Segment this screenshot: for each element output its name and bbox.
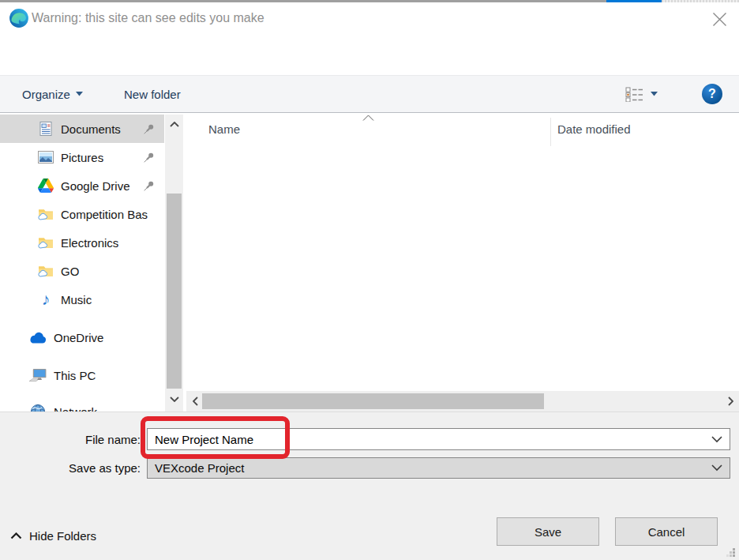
sidebar-item-competition-base[interactable]: Competition Bas bbox=[0, 200, 164, 228]
close-icon bbox=[712, 12, 727, 27]
save-as-type-combobox[interactable]: VEXcode Project bbox=[147, 457, 730, 479]
new-folder-button[interactable]: New folder bbox=[124, 76, 181, 112]
save-form-pane: File name: Save as type: VEXcode Project… bbox=[0, 412, 739, 560]
sidebar-item-google-drive[interactable]: Google Drive bbox=[0, 171, 164, 200]
scroll-down-icon[interactable] bbox=[165, 392, 183, 407]
onedrive-icon bbox=[28, 332, 47, 344]
light-edge-segment bbox=[662, 0, 739, 2]
horizontal-scrollbar-thumb[interactable] bbox=[202, 393, 544, 409]
sidebar-item-label: Google Drive bbox=[61, 179, 130, 193]
cloud-folder-icon bbox=[38, 207, 54, 221]
computer-icon bbox=[28, 368, 47, 383]
music-icon: ♪ bbox=[38, 291, 54, 307]
sidebar-item-go[interactable]: GO bbox=[0, 257, 164, 285]
scroll-up-icon[interactable] bbox=[165, 117, 183, 132]
column-separator[interactable] bbox=[550, 118, 551, 146]
window-top-edge bbox=[0, 0, 739, 2]
file-name-input[interactable] bbox=[148, 433, 692, 446]
sidebar-item-documents[interactable]: Documents bbox=[0, 115, 164, 143]
help-question-icon: ? bbox=[708, 87, 716, 101]
scroll-right-icon[interactable] bbox=[723, 391, 737, 412]
organize-label: Organize bbox=[22, 88, 70, 101]
column-header-name[interactable]: Name bbox=[208, 122, 240, 136]
views-dropdown-icon bbox=[651, 92, 658, 96]
cloud-folder-icon bbox=[38, 235, 54, 250]
sidebar-item-label: Electronics bbox=[61, 236, 118, 250]
save-button[interactable]: Save bbox=[497, 517, 599, 546]
edge-logo-icon bbox=[9, 8, 29, 28]
network-icon bbox=[28, 404, 47, 412]
save-as-type-value: VEXcode Project bbox=[148, 461, 244, 475]
sidebar-item-label: Pictures bbox=[61, 151, 103, 164]
main-area: Documents Pictures bbox=[0, 113, 739, 412]
sidebar-item-label: This PC bbox=[54, 369, 96, 382]
sidebar-item-label: Network bbox=[54, 405, 97, 412]
file-name-dropdown-icon[interactable] bbox=[711, 436, 722, 443]
help-button[interactable]: ? bbox=[702, 84, 722, 104]
save-as-type-dropdown-icon[interactable] bbox=[711, 464, 722, 472]
organize-dropdown-icon bbox=[76, 92, 83, 96]
sidebar-item-label: Competition Bas bbox=[61, 208, 148, 221]
organize-button[interactable]: Organize bbox=[22, 76, 83, 112]
save-as-dialog: Warning: this site can see edits you mak… bbox=[0, 0, 739, 560]
save-as-type-label: Save as type: bbox=[0, 461, 141, 475]
sidebar-item-network[interactable]: Network bbox=[0, 397, 164, 412]
sidebar-item-label: Documents bbox=[61, 122, 121, 136]
sidebar-scrollbar-thumb[interactable] bbox=[167, 194, 182, 389]
window-title: Warning: this site can see edits you mak… bbox=[32, 11, 264, 25]
cancel-button[interactable]: Cancel bbox=[615, 517, 718, 546]
file-name-combobox[interactable] bbox=[147, 428, 730, 450]
sidebar-item-electronics[interactable]: Electronics bbox=[0, 228, 164, 257]
details-view-icon bbox=[625, 87, 643, 102]
sidebar-item-label: GO bbox=[61, 265, 79, 278]
pin-icon bbox=[143, 152, 155, 163]
sidebar-scrollbar[interactable] bbox=[165, 115, 183, 412]
close-button[interactable] bbox=[707, 7, 731, 31]
command-toolbar: Organize New folder ? bbox=[0, 75, 739, 113]
sidebar-item-label: OneDrive bbox=[54, 331, 103, 344]
pin-icon bbox=[143, 180, 155, 192]
sidebar-item-music[interactable]: ♪ Music bbox=[0, 285, 164, 314]
cloud-folder-icon bbox=[38, 264, 54, 278]
chevron-up-icon bbox=[10, 532, 22, 539]
hide-folders-label: Hide Folders bbox=[29, 529, 96, 543]
resize-grip[interactable] bbox=[726, 547, 736, 558]
sort-ascending-icon bbox=[362, 115, 374, 121]
change-view-button[interactable] bbox=[625, 76, 658, 112]
sidebar-item-this-pc[interactable]: This PC bbox=[0, 361, 164, 389]
scroll-left-icon[interactable] bbox=[188, 391, 202, 412]
sidebar-item-label: Music bbox=[61, 293, 92, 306]
file-list-horizontal-scrollbar[interactable] bbox=[186, 391, 739, 412]
navigation-bar: This PC Documents ↻ bbox=[0, 36, 739, 75]
sidebar-item-pictures[interactable]: Pictures bbox=[0, 143, 164, 171]
sidebar-item-onedrive[interactable]: OneDrive bbox=[0, 323, 164, 351]
document-icon bbox=[38, 120, 54, 137]
picture-icon bbox=[38, 151, 54, 163]
file-name-label: File name: bbox=[0, 433, 141, 446]
hide-folders-button[interactable]: Hide Folders bbox=[10, 527, 96, 544]
pin-icon bbox=[143, 123, 155, 135]
column-header-date-modified[interactable]: Date modified bbox=[557, 122, 631, 136]
accent-blue-segment bbox=[606, 0, 662, 2]
google-drive-icon bbox=[38, 179, 54, 193]
new-folder-label: New folder bbox=[124, 88, 181, 101]
title-bar: Warning: this site can see edits you mak… bbox=[0, 2, 739, 36]
